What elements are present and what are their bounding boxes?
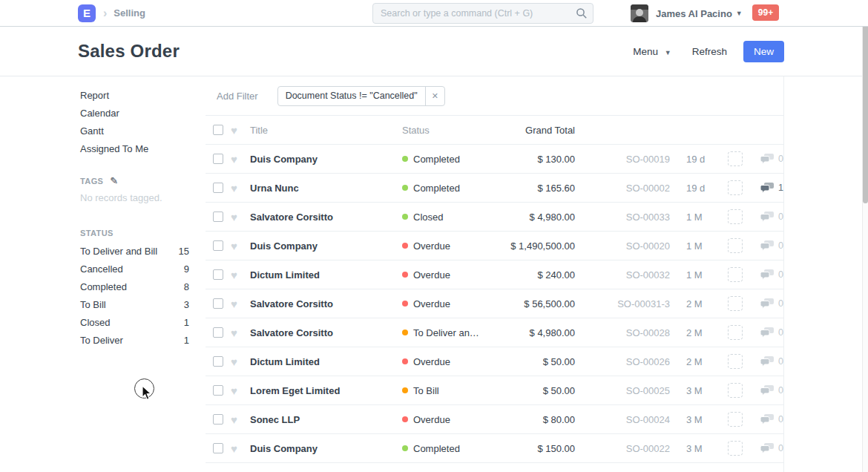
row-checkbox[interactable] [213,414,223,425]
assign-placeholder[interactable] [728,180,743,195]
like-icon[interactable]: ♥ [228,269,250,281]
sidebar-view-item[interactable]: Calendar [80,105,189,122]
table-row[interactable]: ♥ Duis Company Completed $ 130.00 SO-000… [206,145,783,174]
menu-button[interactable]: Menu ▼ [633,46,671,57]
row-title[interactable]: Lorem Eget Limited [250,385,402,396]
refresh-button[interactable]: Refresh [692,46,727,57]
chevron-right-icon: › [103,7,107,20]
row-checkbox[interactable] [213,298,223,309]
sidebar-status-item[interactable]: To Deliver and Bill 15 [80,243,189,260]
assign-placeholder[interactable] [728,151,743,166]
comment-cell[interactable]: 0 [752,212,783,223]
row-title[interactable]: Dictum Limited [250,269,402,281]
user-menu[interactable]: James Al Pacino ▼ [631,4,743,22]
row-title[interactable]: Duis Company [250,443,402,454]
new-button[interactable]: New [743,41,784,62]
assign-placeholder[interactable] [728,267,743,282]
table-row[interactable]: ♥ Salvatore Corsitto Closed $ 4,980.00 S… [206,203,783,232]
table-row[interactable]: ♥ Salvatore Corsitto To Deliver an… $ 4,… [206,318,783,347]
comment-cell[interactable]: 0 [752,414,783,425]
row-checkbox[interactable] [213,240,223,251]
comment-cell[interactable]: 0 [752,298,783,309]
select-all-checkbox[interactable] [213,125,223,135]
assign-placeholder[interactable] [728,441,743,456]
scrollbar-thumb[interactable] [863,1,868,203]
row-title[interactable]: Urna Nunc [250,183,402,194]
like-icon[interactable]: ♥ [228,153,250,165]
like-icon[interactable]: ♥ [228,240,250,252]
status-dot [402,416,408,422]
comment-cell[interactable]: 0 [752,269,783,281]
row-title[interactable]: Dictum Limited [250,356,402,367]
table-row[interactable]: ♥ Urna Nunc Completed $ 165.60 SO-00002 … [206,174,783,203]
breadcrumb-selling[interactable]: Selling [114,7,145,19]
like-icon[interactable]: ♥ [228,413,250,426]
comment-cell[interactable]: 0 [752,327,783,338]
row-checkbox[interactable] [213,327,223,338]
row-checkbox[interactable] [213,212,223,222]
edit-tags-icon[interactable]: ✎ [110,174,118,188]
sidebar-view-label: Gantt [80,125,104,137]
assign-placeholder[interactable] [728,354,743,369]
row-title[interactable]: Salvatore Corsitto [250,212,402,223]
remove-filter-icon[interactable]: ✕ [425,87,444,105]
table-row[interactable]: ♥ Lorem Eget Limited To Bill $ 50.00 SO-… [206,376,783,405]
user-name: James Al Pacino [656,8,732,19]
like-icon[interactable]: ♥ [228,211,250,223]
like-icon[interactable]: ♥ [228,384,250,397]
sidebar-status-item[interactable]: To Deliver 1 [80,332,189,350]
row-title[interactable]: Duis Company [250,240,402,252]
row-checkbox[interactable] [213,183,223,193]
like-icon[interactable]: ♥ [228,355,250,368]
search-input[interactable] [372,3,594,24]
comment-cell[interactable]: 0 [752,154,783,165]
assign-placeholder[interactable] [728,412,743,427]
row-title[interactable]: Salvatore Corsitto [250,327,402,338]
row-checkbox[interactable] [213,356,223,367]
page-head-inner: Sales Order Menu ▼ Refresh New [78,27,784,76]
like-icon[interactable]: ♥ [228,327,250,339]
like-icon[interactable]: ♥ [228,298,250,310]
comment-cell[interactable]: 0 [752,240,783,252]
table-row[interactable]: ♥ Dictum Limited Overdue $ 240.00 SO-000… [206,260,783,289]
status-dot [402,156,408,162]
like-filter-icon[interactable]: ♥ [228,124,250,137]
assign-placeholder[interactable] [728,209,743,224]
sidebar-status-item[interactable]: Completed 8 [80,278,189,296]
row-title[interactable]: Sonec LLP [250,414,402,425]
sidebar-status-item[interactable]: Closed 1 [80,314,189,332]
row-checkbox[interactable] [213,443,223,453]
assign-placeholder[interactable] [728,325,743,340]
comment-cell[interactable]: 1 [752,183,783,194]
assign-placeholder[interactable] [728,383,743,398]
row-checkbox[interactable] [213,269,223,280]
table-row[interactable]: ♥ Sonec LLP Overdue $ 80.00 SO-00024 3 M… [206,405,783,434]
sidebar-view-item[interactable]: Report [80,87,189,105]
assign-placeholder[interactable] [728,296,743,311]
assign-placeholder[interactable] [728,238,743,253]
row-title[interactable]: Duis Company [250,154,402,165]
comment-cell[interactable]: 0 [752,443,783,454]
table-row[interactable]: ♥ Duis Company Overdue $ 1,490,500.00 SO… [206,232,783,260]
table-row[interactable]: ♥ Dictum Limited Overdue $ 50.00 SO-0002… [206,347,783,376]
sidebar-view-item[interactable]: Gantt [80,122,189,140]
row-checkbox[interactable] [213,385,223,396]
row-title[interactable]: Salvatore Corsitto [250,298,402,309]
sidebar-status-item[interactable]: Cancelled 9 [80,260,189,278]
app-logo[interactable]: E [78,4,96,22]
row-assign-cell [717,441,752,456]
table-row[interactable]: ♥ Salvatore Corsitto Overdue $ 56,500.00… [206,289,783,318]
add-filter-button[interactable]: Add Filter [217,91,258,102]
table-row[interactable]: ♥ Duis Company Completed $ 150.00 SO-000… [206,434,783,463]
row-grand-total: $ 50.00 [479,385,575,396]
row-checkbox[interactable] [213,154,223,164]
row-grand-total: $ 150.00 [479,443,575,454]
sidebar-status-item[interactable]: To Bill 3 [80,296,189,314]
like-icon[interactable]: ♥ [228,182,250,194]
comment-cell[interactable]: 0 [752,385,783,396]
comment-cell[interactable]: 0 [752,356,783,367]
notifications-badge[interactable]: 99+ [752,4,779,21]
like-icon[interactable]: ♥ [228,442,250,455]
filter-chip[interactable]: Document Status != "Cancelled" ✕ [277,86,445,106]
sidebar-view-item[interactable]: Assigned To Me [80,140,189,158]
